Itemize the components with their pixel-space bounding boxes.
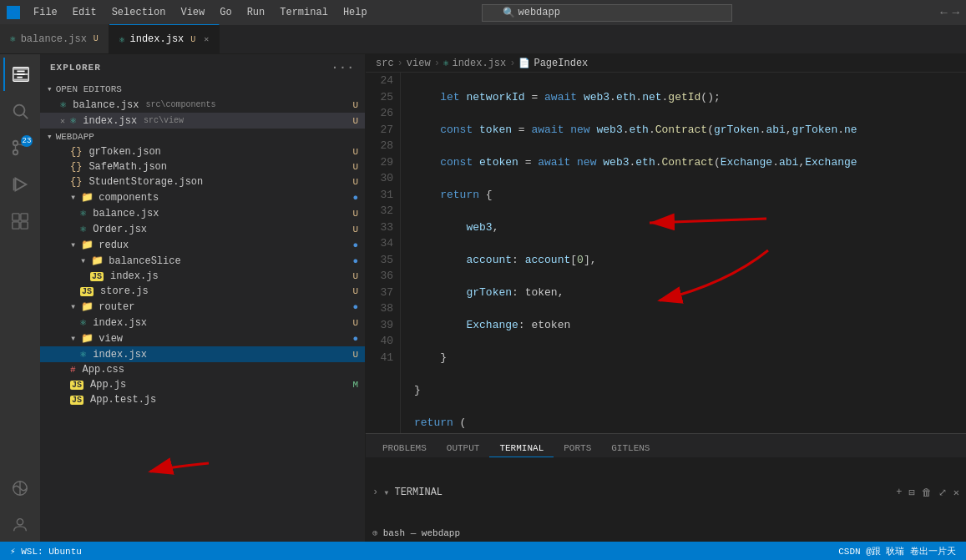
balance-jsx-modified: U <box>352 209 358 219</box>
bc-indexjsx[interactable]: index.jsx <box>452 58 506 69</box>
json-icon-3: {} <box>70 176 82 188</box>
code-container: 24 25 26 27 28 29 30 31 32 33 34 35 36 3… <box>366 73 966 433</box>
open-editor-balance[interactable]: ⚛ balance.jsx src\components U <box>40 97 365 113</box>
css-icon: # <box>70 365 76 375</box>
activity-extensions[interactable] <box>3 204 37 238</box>
jsx-icon-router-index: ⚛ <box>80 316 86 329</box>
tab-balance[interactable]: ⚛ balance.jsx U <box>0 24 109 53</box>
menu-go[interactable]: Go <box>213 5 238 20</box>
status-bar: ⚡ WSL: Ubuntu CSDN @跟 耿瑞 卷出一片天 <box>0 542 966 560</box>
bc-sep-3: › <box>509 58 515 69</box>
order-jsx-name: Order.jsx <box>93 224 147 235</box>
menu-edit[interactable]: Edit <box>66 5 104 20</box>
folder-view[interactable]: ▾ 📁 view ● <box>40 330 365 346</box>
tab-index[interactable]: ⚛ index.jsx U ✕ <box>109 24 220 53</box>
menu-help[interactable]: Help <box>336 5 374 20</box>
open-editor-index[interactable]: ✕ ⚛ index.jsx src\view U <box>40 113 365 129</box>
tab-balance-modified: U <box>94 34 99 43</box>
svg-marker-7 <box>16 179 27 191</box>
title-search-box[interactable]: 🔍 webdapp <box>482 4 732 22</box>
file-store[interactable]: JS store.js U <box>40 284 365 299</box>
view-index-name: index.jsx <box>93 349 147 361</box>
store-name: store.js <box>100 285 149 297</box>
tab-bar: ⚛ balance.jsx U ⚛ index.jsx U ✕ <box>0 25 966 54</box>
redux-dot: ● <box>352 240 358 250</box>
nav-forward[interactable]: → <box>953 6 959 19</box>
svg-point-15 <box>17 519 23 525</box>
status-csdn: CSDN @跟 耿瑞 卷出一片天 <box>835 545 959 557</box>
panel-plus[interactable]: + <box>896 487 902 498</box>
activity-remote[interactable] <box>3 472 37 505</box>
panel-tab-terminal[interactable]: TERMINAL <box>489 440 554 457</box>
panel-trash[interactable]: 🗑 <box>922 487 932 499</box>
js-icon-2: JS <box>80 287 94 296</box>
webdapp-label: WEBDAPP <box>56 132 94 142</box>
terminal-expand-btn[interactable]: ⊕ <box>372 527 378 538</box>
explorer-more[interactable]: ··· <box>331 61 355 74</box>
panel-tab-output[interactable]: OUTPUT <box>437 440 490 457</box>
file-grtoken[interactable]: {} grToken.json U <box>40 144 365 159</box>
main-area: ⚛ balance.jsx U ⚛ index.jsx U ✕ <box>0 25 966 560</box>
menu-selection[interactable]: Selection <box>105 5 173 20</box>
store-modified: U <box>352 286 358 296</box>
panel-split[interactable]: ⊟ <box>909 487 915 499</box>
activity-source-control[interactable]: 23 <box>3 131 37 164</box>
studentstorage-name: StudentStorage.json <box>89 176 203 188</box>
file-view-index[interactable]: ⚛ index.jsx U <box>40 346 365 362</box>
panel-tab-gitlens[interactable]: GITLENS <box>601 440 660 457</box>
file-safemath[interactable]: {} SafeMath.json U <box>40 159 365 174</box>
panel-tab-ports[interactable]: PORTS <box>554 440 601 457</box>
panel-maximize[interactable]: ⤢ <box>938 487 947 499</box>
menu-run[interactable]: Run <box>240 5 272 20</box>
balance-modified: U <box>352 100 358 110</box>
file-app-js[interactable]: JS App.js M <box>40 377 365 392</box>
menu-terminal[interactable]: Terminal <box>273 5 335 20</box>
file-app-test[interactable]: JS App.test.js <box>40 392 365 407</box>
file-redux-index[interactable]: JS index.js U <box>40 269 365 284</box>
file-router-index[interactable]: ⚛ index.jsx U <box>40 315 365 330</box>
file-order-jsx[interactable]: ⚛ Order.jsx U <box>40 221 365 237</box>
folder-router[interactable]: ▾ 📁 router ● <box>40 299 365 315</box>
activity-run[interactable] <box>3 168 37 201</box>
activity-accounts[interactable] <box>3 508 37 542</box>
index-close-x[interactable]: ✕ <box>60 116 65 126</box>
chevron-redux: ▾ <box>70 239 76 251</box>
menu-view[interactable]: View <box>174 5 211 20</box>
status-remote[interactable]: ⚡ WSL: Ubuntu <box>7 546 85 557</box>
tab-index-label: index.jsx <box>129 33 184 45</box>
folder-redux[interactable]: ▾ 📁 redux ● <box>40 237 365 253</box>
file-studentstorage[interactable]: {} StudentStorage.json U <box>40 174 365 189</box>
file-app-css[interactable]: # App.css <box>40 362 365 377</box>
webdapp-header[interactable]: ▾ WEBDAPP <box>40 129 365 144</box>
terminal-chevron: › <box>372 487 378 498</box>
activity-explorer[interactable] <box>3 58 37 91</box>
menu-file[interactable]: File <box>27 5 64 20</box>
file-balance-jsx[interactable]: ⚛ balance.jsx U <box>40 205 365 221</box>
tab-index-icon: ⚛ <box>119 34 125 45</box>
bc-src[interactable]: src <box>376 58 394 69</box>
grtoken-modified: U <box>352 147 358 157</box>
json-icon-1: {} <box>70 146 82 158</box>
breadcrumb: src › view › ⚛ index.jsx › 📄 PageIndex <box>366 54 966 73</box>
panel-close[interactable]: ✕ <box>953 487 959 499</box>
tab-index-close[interactable]: ✕ <box>204 34 209 44</box>
code-line-26: const etoken = await new web3.eth.Contra… <box>414 154 953 171</box>
activity-search[interactable] <box>3 94 37 128</box>
folder-icon-view: 📁 <box>81 332 94 345</box>
folder-balanceslice[interactable]: ▾ 📁 balanceSlice ● <box>40 253 365 269</box>
panel-tab-problems[interactable]: PROBLEMS <box>372 440 437 457</box>
view-dot: ● <box>352 334 358 344</box>
explorer-title: EXPLORER <box>50 63 101 73</box>
nav-back[interactable]: ← <box>940 6 947 19</box>
tab-balance-icon: ⚛ <box>10 33 16 44</box>
open-editors-header[interactable]: ▾ OPEN EDITORS <box>40 81 365 97</box>
jsx-icon-view-index: ⚛ <box>80 348 86 361</box>
safemath-name: SafeMath.json <box>89 161 167 173</box>
folder-icon-balanceslice: 📁 <box>91 255 104 267</box>
folder-components[interactable]: ▾ 📁 components ● <box>40 189 365 205</box>
code-line-32: } <box>414 350 953 366</box>
search-placeholder: webdapp <box>518 7 560 18</box>
bc-view[interactable]: view <box>407 58 431 69</box>
panel-actions: + ⊟ 🗑 ⤢ ✕ <box>896 487 959 499</box>
editor-scroll[interactable]: 24 25 26 27 28 29 30 31 32 33 34 35 36 3… <box>366 73 966 433</box>
